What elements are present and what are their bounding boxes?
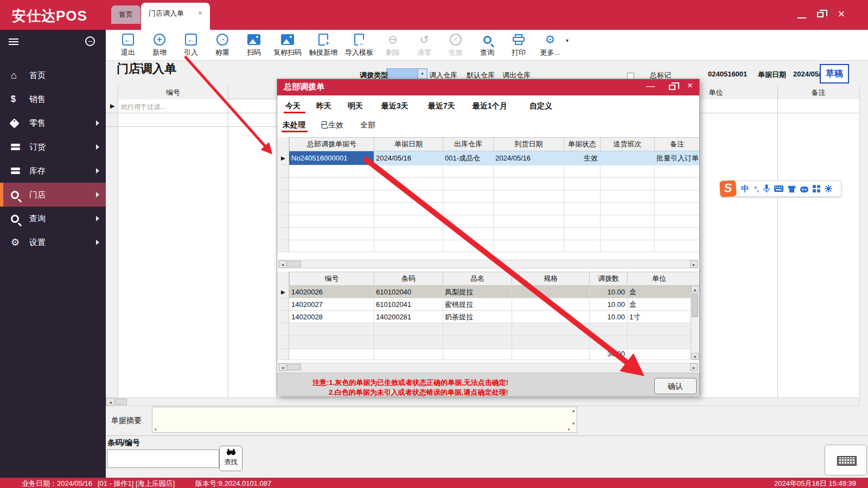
ime-emoji-icon[interactable] bbox=[800, 185, 808, 192]
dialog-restore-icon[interactable] bbox=[669, 85, 675, 90]
orders-col-shift[interactable]: 送货班次 bbox=[600, 137, 654, 151]
barcode-input[interactable] bbox=[107, 450, 219, 468]
dialog-tab-today[interactable]: 今天 bbox=[285, 101, 301, 111]
dialog-title-bar[interactable]: 总部调拨单 — × bbox=[277, 79, 699, 95]
item-cell-qty[interactable]: 10.00 bbox=[589, 285, 627, 299]
scroll-right-icon[interactable]: ▸ bbox=[568, 427, 570, 432]
dialog-tab-tomorrow[interactable]: 明天 bbox=[348, 101, 363, 111]
sogou-logo-icon[interactable]: S bbox=[719, 180, 737, 197]
toolbar-more-button[interactable]: ⚙ 更多... bbox=[538, 33, 562, 57]
main-grid-vscrollbar[interactable] bbox=[859, 86, 868, 397]
dialog-tab-custom[interactable]: 自定义 bbox=[529, 101, 552, 111]
items-hscrollbar[interactable]: ◂ ▸ bbox=[278, 363, 698, 371]
toolbar-import-template-button[interactable]: ← 导入模板 bbox=[345, 33, 373, 57]
scroll-thumb[interactable] bbox=[287, 261, 301, 267]
item-cell-unit[interactable]: 1寸 bbox=[627, 310, 691, 324]
item-cell-qty[interactable]: 10.00 bbox=[589, 310, 627, 324]
items-col-code[interactable]: 编号 bbox=[289, 272, 374, 286]
orders-col-docno[interactable]: 总部调拨单据号 bbox=[289, 137, 374, 151]
items-col-barcode[interactable]: 条码 bbox=[374, 272, 443, 286]
toolbar-reweigh-scan-button[interactable]: 复称扫码 bbox=[273, 33, 302, 57]
close-icon[interactable]: × bbox=[833, 8, 850, 21]
sidebar-item-store[interactable]: 门店 bbox=[0, 183, 106, 207]
dialog-minimize-icon[interactable]: — bbox=[646, 81, 655, 91]
scroll-up-icon[interactable]: ▴ bbox=[691, 286, 699, 292]
item-cell-name[interactable]: 凤梨提拉 bbox=[443, 285, 512, 299]
item-cell-code[interactable]: 14020028 bbox=[289, 310, 374, 324]
ime-toolbar[interactable]: S 中 °, bbox=[720, 181, 841, 197]
confirm-button[interactable]: 确认 bbox=[654, 378, 697, 394]
toolbar-exit-button[interactable]: ← 退出 bbox=[116, 33, 140, 57]
items-col-unit[interactable]: 单位 bbox=[627, 272, 691, 286]
restore-icon[interactable] bbox=[817, 12, 824, 17]
item-cell-code[interactable]: 14020026 bbox=[289, 285, 374, 299]
sidebar-item-sales[interactable]: $ 销售 bbox=[0, 87, 106, 111]
summary-textarea[interactable]: ▲ ▼ ◂ ▸ bbox=[152, 407, 577, 433]
item-cell-barcode[interactable]: 140200281 bbox=[374, 310, 443, 324]
dialog-tab-last7days[interactable]: 最近7天 bbox=[428, 101, 455, 111]
main-grid-hscrollbar[interactable]: ◂ bbox=[106, 397, 859, 406]
orders-col-remark[interactable]: 备注 bbox=[654, 137, 699, 151]
dialog-tab-effective[interactable]: 已生效 bbox=[321, 120, 343, 130]
filter-row-hint[interactable]: 此行用于过滤... bbox=[121, 102, 165, 112]
dialog-close-icon[interactable]: × bbox=[687, 80, 693, 91]
dialog-tab-all[interactable]: 全部 bbox=[360, 120, 375, 130]
sidebar-item-home[interactable]: ⌂ 首页 bbox=[0, 63, 106, 87]
scroll-right-icon[interactable]: ▸ bbox=[690, 260, 698, 268]
items-col-qty[interactable]: 调拨数 bbox=[589, 272, 627, 286]
toolbar-query-button[interactable]: 查询 bbox=[475, 33, 499, 57]
dialog-tab-unprocessed[interactable]: 未处理 bbox=[283, 120, 305, 130]
items-col-spec[interactable]: 规格 bbox=[512, 272, 589, 286]
item-cell-barcode[interactable]: 610102041 bbox=[374, 298, 443, 311]
order-cell-arrival[interactable]: 2024/05/16 bbox=[493, 151, 564, 165]
tab-home[interactable]: 首页 bbox=[111, 5, 141, 24]
item-cell-code[interactable]: 14020027 bbox=[289, 298, 374, 311]
item-cell-unit[interactable]: 盒 bbox=[627, 285, 691, 299]
ime-mic-icon[interactable] bbox=[763, 184, 770, 193]
dialog-tab-yesterday[interactable]: 昨天 bbox=[316, 101, 331, 111]
orders-col-date[interactable]: 单据日期 bbox=[374, 137, 443, 151]
scroll-thumb[interactable] bbox=[692, 293, 698, 317]
scroll-down-icon[interactable]: ▾ bbox=[691, 353, 699, 359]
tab-store-transfer[interactable]: 门店调入单× bbox=[141, 3, 210, 30]
order-cell-docno[interactable]: No240516000001 bbox=[289, 151, 374, 165]
scroll-left-icon[interactable]: ◂ bbox=[154, 427, 156, 432]
scroll-left-icon[interactable]: ◂ bbox=[279, 363, 286, 371]
collapse-sidebar-icon[interactable]: − bbox=[85, 36, 95, 46]
sidebar-item-ordering[interactable]: 订货 bbox=[0, 135, 106, 159]
scroll-left-icon[interactable]: ◂ bbox=[279, 260, 286, 268]
ime-lang-icon[interactable]: 中 bbox=[741, 184, 749, 194]
ime-keyboard-icon[interactable] bbox=[774, 185, 783, 192]
minimize-icon[interactable] bbox=[797, 17, 806, 18]
more-caret-icon[interactable]: ▾ bbox=[566, 37, 569, 43]
orders-hscrollbar[interactable]: ◂ ▸ bbox=[278, 260, 698, 268]
ime-toolbox-icon[interactable] bbox=[813, 185, 820, 192]
toolbar-touch-add-button[interactable]: + 触摸新增 bbox=[309, 33, 337, 57]
items-col-name[interactable]: 品名 bbox=[443, 272, 512, 286]
ime-settings-icon[interactable] bbox=[825, 185, 832, 192]
sidebar-item-query[interactable]: 查询 bbox=[0, 207, 106, 230]
scroll-thumb[interactable] bbox=[115, 399, 127, 405]
item-cell-name[interactable]: 奶茶提拉 bbox=[443, 310, 512, 324]
orders-col-status[interactable]: 单据状态 bbox=[564, 137, 600, 151]
item-cell-qty[interactable]: 10.00 bbox=[589, 298, 627, 311]
scroll-thumb[interactable] bbox=[287, 364, 301, 370]
sidebar-item-retail[interactable]: 零售 bbox=[0, 111, 106, 135]
transfer-type-select[interactable]: ▾ bbox=[386, 68, 427, 79]
scroll-right-icon[interactable]: ▸ bbox=[690, 363, 698, 371]
order-cell-warehouse[interactable]: 001-成品仓 bbox=[443, 151, 493, 165]
scroll-left-icon[interactable]: ◂ bbox=[106, 398, 114, 406]
order-cell-date[interactable]: 2024/05/16 bbox=[374, 151, 443, 165]
items-vscrollbar[interactable]: ▴ ▾ bbox=[691, 286, 699, 359]
orders-col-warehouse[interactable]: 出库仓库 bbox=[443, 137, 493, 151]
ime-punct-icon[interactable]: °, bbox=[754, 185, 759, 193]
toolbar-weigh-button[interactable]: ◔ 称重 bbox=[210, 33, 234, 57]
sidebar-item-settings[interactable]: ⚙ 设置 bbox=[0, 230, 106, 254]
toolbar-clear-button[interactable]: ↺ 清零 bbox=[412, 33, 436, 57]
menu-burger-icon[interactable] bbox=[9, 38, 18, 40]
order-cell-status[interactable]: 生效 bbox=[564, 151, 600, 165]
toolbar-delete-button[interactable]: ⊖ 删除 bbox=[381, 33, 405, 57]
ime-skin-icon[interactable] bbox=[788, 185, 796, 192]
dialog-tab-last3days[interactable]: 最近3天 bbox=[381, 101, 409, 111]
scroll-down-icon[interactable]: ▼ bbox=[571, 421, 576, 426]
